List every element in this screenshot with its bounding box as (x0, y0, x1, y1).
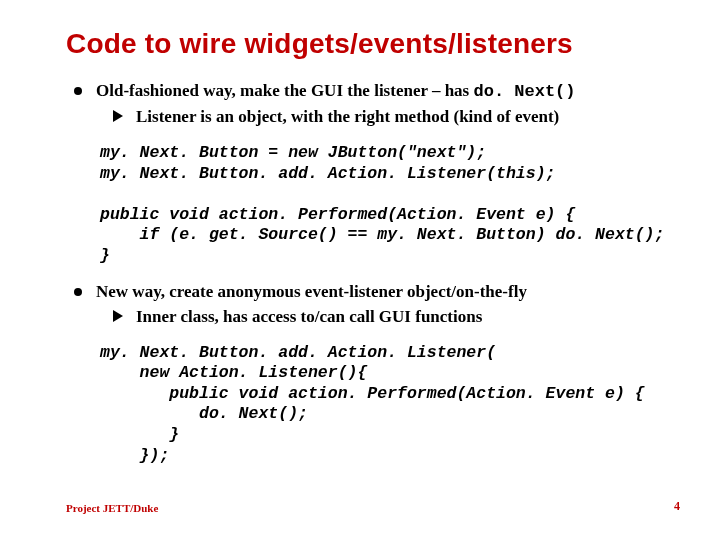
bullet-1-code: do. Next() (474, 82, 576, 101)
bullet-1-text: Old-fashioned way, make the GUI the list… (96, 80, 576, 104)
code-block-1: my. Next. Button = new JButton("next"); … (100, 143, 668, 267)
slide-title: Code to wire widgets/events/listeners (66, 28, 668, 60)
bullet-1-sub-text: Listener is an object, with the right me… (136, 106, 559, 129)
triangle-icon (113, 110, 123, 122)
bullet-2-sub-text: Inner class, has access to/can call GUI … (136, 306, 482, 329)
bullet-2-sub: Inner class, has access to/can call GUI … (112, 306, 668, 329)
disc-icon (74, 288, 82, 296)
disc-icon (74, 87, 82, 95)
footer-project: Project JETT/Duke (66, 502, 158, 514)
bullet-1-prefix: Old-fashioned way, make the GUI the list… (96, 81, 474, 100)
bullet-1-sub: Listener is an object, with the right me… (112, 106, 668, 129)
bullet-1: Old-fashioned way, make the GUI the list… (74, 80, 668, 104)
page-number: 4 (674, 499, 680, 514)
triangle-icon (113, 310, 123, 322)
bullet-2: New way, create anonymous event-listener… (74, 281, 668, 304)
bullet-2-text: New way, create anonymous event-listener… (96, 281, 527, 304)
code-block-2: my. Next. Button. add. Action. Listener(… (100, 343, 668, 467)
